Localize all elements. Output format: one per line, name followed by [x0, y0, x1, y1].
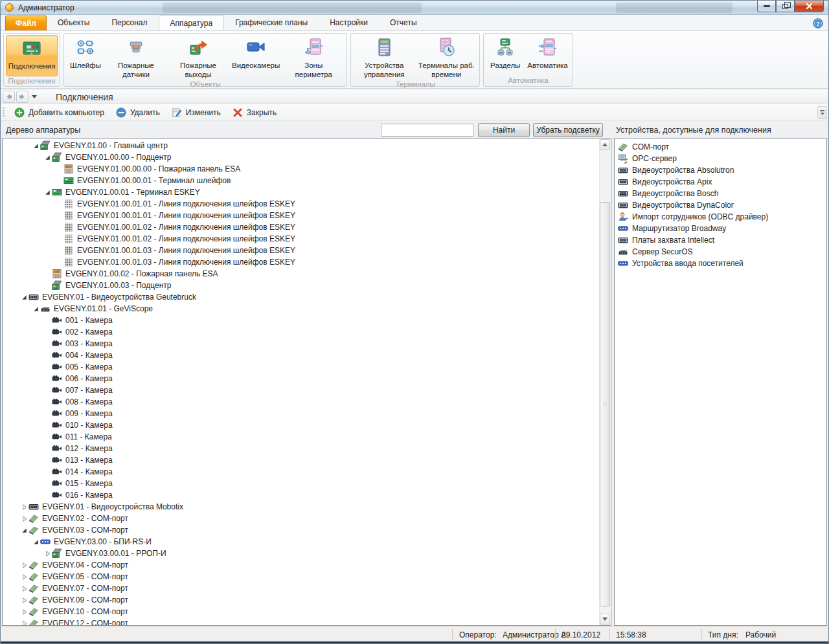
expander-collapsed-icon[interactable]: [19, 572, 28, 581]
close-view-button[interactable]: Закрыть: [227, 105, 282, 120]
connections-button[interactable]: Подключения: [6, 35, 58, 76]
title-bar[interactable]: Администратор: [1, 1, 828, 15]
toolbar-overflow-button[interactable]: [817, 106, 827, 119]
expander-expanded-icon[interactable]: [43, 153, 52, 162]
tree-item[interactable]: EVGENY.01.00.01.01 - Линия подключения ш…: [3, 210, 599, 221]
expander-collapsed-icon[interactable]: [43, 549, 52, 558]
expander-collapsed-icon[interactable]: [19, 584, 28, 593]
tree-item[interactable]: EVGENY.01 - Видеоустройства Geutebruck: [3, 291, 599, 303]
find-button[interactable]: Найти: [478, 123, 530, 137]
tab-settings[interactable]: Настройки: [319, 16, 379, 30]
device-list-item[interactable]: Сервер SecurOS: [615, 246, 826, 258]
tab-reports[interactable]: Отчеты: [379, 16, 427, 30]
tab-hardware[interactable]: Аппаратура: [159, 16, 225, 30]
tree-item[interactable]: EVGENY.01.01 - GeViScope: [3, 303, 599, 315]
device-list-item[interactable]: Видеоустройства Bosch: [615, 188, 826, 199]
tab-personnel[interactable]: Персонал: [100, 16, 158, 30]
device-list-item[interactable]: Видеоустройства DynaColor: [615, 199, 826, 211]
perimeter-zones-button[interactable]: Зоны периметра: [282, 35, 345, 80]
tree-item[interactable]: EVGENY.01.00.00.01 - Терминал шлейфов: [3, 175, 599, 186]
expander-collapsed-icon[interactable]: [19, 619, 28, 626]
tree-item[interactable]: 009 - Камера: [3, 408, 599, 419]
expander-expanded-icon[interactable]: [31, 537, 40, 546]
tree-item[interactable]: EVGENY.07 - COM-порт: [3, 583, 599, 594]
tree-item[interactable]: EVGENY.10 - COM-порт: [3, 606, 599, 617]
control-devices-button[interactable]: Устройства управления: [353, 35, 415, 80]
device-list-item[interactable]: Платы захвата Intellect: [615, 234, 826, 246]
tree-item[interactable]: EVGENY.02 - COM-порт: [3, 513, 599, 524]
tree-item[interactable]: EVGENY.01.00.01.02 - Линия подключения ш…: [3, 233, 599, 245]
device-list-item[interactable]: Импорт сотрудников (ODBC драйвер): [615, 211, 826, 223]
tree-item[interactable]: EVGENY.01.00.01.03 - Линия подключения ш…: [3, 256, 599, 268]
tree-item[interactable]: EVGENY.01.00.01.03 - Линия подключения ш…: [3, 245, 599, 256]
device-list-item[interactable]: Видеоустройства Absolutron: [615, 164, 826, 176]
tree-item[interactable]: EVGENY.12 - COM-порт: [3, 617, 599, 626]
minimize-button[interactable]: [757, 1, 776, 12]
tree-item[interactable]: EVGENY.03.00 - БПИ-RS-И: [3, 536, 599, 548]
tree-item[interactable]: 003 - Камера: [3, 338, 599, 350]
tree-item[interactable]: EVGENY.01.00.01 - Терминал ESKEY: [3, 186, 599, 198]
device-list-item[interactable]: OPC-сервер: [615, 153, 826, 164]
expander-expanded-icon[interactable]: [43, 188, 52, 197]
tree-item[interactable]: 011 - Камера: [3, 431, 599, 443]
scrollbar-thumb[interactable]: [600, 202, 610, 606]
tree-item[interactable]: 006 - Камера: [3, 373, 599, 384]
expander-expanded-icon[interactable]: [31, 141, 40, 150]
tree-item[interactable]: 002 - Камера: [3, 326, 599, 338]
device-list-item[interactable]: Устройства ввода посетителей: [615, 258, 826, 269]
tree-item[interactable]: 012 - Камера: [3, 443, 599, 454]
tree-item[interactable]: EVGENY.01.00.01.01 - Линия подключения ш…: [3, 198, 599, 210]
edit-button[interactable]: Изменить: [166, 105, 227, 120]
tree-item[interactable]: EVGENY.01.00.03 - Подцентр: [3, 280, 599, 291]
tree-item[interactable]: 015 - Камера: [3, 478, 599, 489]
tab-file[interactable]: Файл: [5, 16, 47, 30]
tree-item[interactable]: EVGENY.01.00.00 - Подцентр: [3, 151, 599, 163]
tree-item[interactable]: EVGENY.09 - COM-порт: [3, 594, 599, 606]
device-list-item[interactable]: Маршрутизатор Broadway: [615, 223, 826, 234]
restore-button[interactable]: [776, 1, 795, 12]
tree-scrollbar[interactable]: [599, 139, 610, 625]
expander-collapsed-icon[interactable]: [19, 514, 28, 523]
tree-item[interactable]: EVGENY.01 - Видеоустройства Mobotix: [3, 501, 599, 513]
tree-item[interactable]: EVGENY.03.00.01 - РРОП-И: [3, 548, 599, 559]
tree-item[interactable]: EVGENY.01.00.00.00 - Пожарная панель ESA: [3, 163, 599, 175]
nav-history-dropdown[interactable]: [30, 91, 39, 103]
scroll-down-button[interactable]: [600, 614, 610, 625]
device-list-item[interactable]: COM-порт: [615, 141, 826, 153]
device-list-item[interactable]: Видеоустройства Apix: [615, 176, 826, 188]
tree-item[interactable]: 013 - Камера: [3, 454, 599, 466]
forward-button[interactable]: [16, 91, 28, 103]
expander-collapsed-icon[interactable]: [19, 561, 28, 570]
scroll-up-button[interactable]: [600, 139, 610, 150]
tree-item[interactable]: 014 - Камера: [3, 466, 599, 478]
close-window-button[interactable]: [795, 1, 824, 12]
tree-item[interactable]: EVGENY.01.00.02 - Пожарная панель ESA: [3, 268, 599, 280]
help-button[interactable]: ?: [813, 18, 823, 28]
search-input[interactable]: [381, 124, 473, 137]
expander-collapsed-icon[interactable]: [19, 595, 28, 605]
automation-button[interactable]: Автоматика: [525, 35, 570, 71]
tab-graphic-plans[interactable]: Графические планы: [224, 16, 319, 30]
tree-item[interactable]: 008 - Камера: [3, 396, 599, 408]
expander-collapsed-icon[interactable]: [19, 607, 28, 616]
tree-item[interactable]: EVGENY.04 - COM-порт: [3, 559, 599, 571]
tree-item[interactable]: 016 - Камера: [3, 489, 599, 501]
tree-item[interactable]: 004 - Камера: [3, 350, 599, 361]
clear-highlight-button[interactable]: Убрать подсветку: [533, 123, 603, 137]
time-terminals-button[interactable]: Терминалы раб. времени: [415, 35, 477, 80]
tree-item[interactable]: 001 - Камера: [3, 315, 599, 326]
loops-button[interactable]: Шлейфы: [66, 35, 105, 71]
expander-expanded-icon[interactable]: [31, 304, 40, 313]
tree-item[interactable]: EVGENY.03 - COM-порт: [3, 524, 599, 536]
tree-item[interactable]: 007 - Камера: [3, 384, 599, 396]
add-computer-button[interactable]: Добавить компьютер: [8, 105, 110, 120]
fire-outputs-button[interactable]: Пожарные выходы: [167, 35, 229, 80]
expander-expanded-icon[interactable]: [19, 293, 28, 302]
tab-objects[interactable]: Объекты: [47, 16, 101, 30]
delete-button[interactable]: Удалить: [110, 105, 166, 120]
tree-item[interactable]: EVGENY.01.00.01.02 - Линия подключения ш…: [3, 221, 599, 233]
fire-sensors-button[interactable]: Пожарные датчики: [105, 35, 167, 80]
video-cameras-button[interactable]: Видеокамеры: [229, 35, 282, 71]
tree-item[interactable]: EVGENY.05 - COM-порт: [3, 571, 599, 583]
tree-item[interactable]: 010 - Камера: [3, 419, 599, 431]
